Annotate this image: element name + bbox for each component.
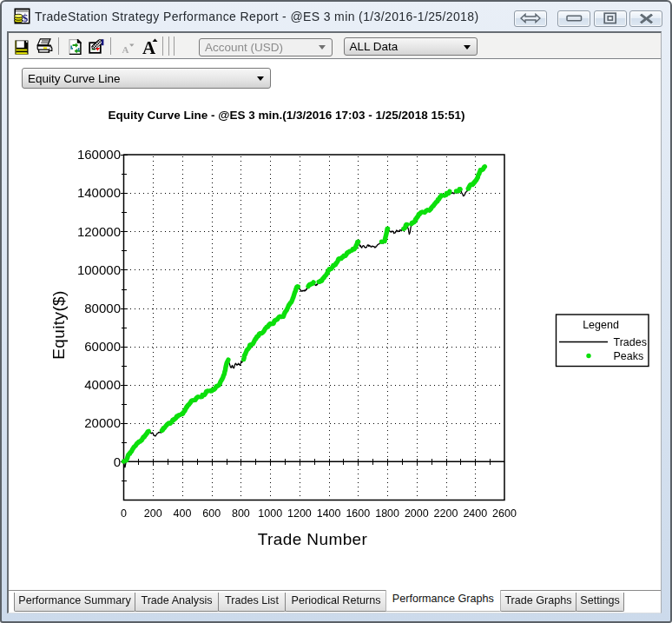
svg-text:1200: 1200 [287, 507, 312, 520]
svg-text:Trades: Trades [614, 336, 647, 348]
svg-text:80000: 80000 [84, 301, 121, 315]
svg-text:Legend: Legend [583, 319, 619, 331]
svg-text:120000: 120000 [77, 224, 121, 239]
svg-text:140000: 140000 [77, 185, 121, 200]
svg-text:1400: 1400 [317, 507, 341, 520]
svg-text:600: 600 [202, 507, 221, 520]
svg-text:100000: 100000 [77, 262, 121, 277]
svg-text:1600: 1600 [346, 507, 370, 520]
svg-text:1000: 1000 [258, 507, 282, 520]
svg-text:Peaks: Peaks [614, 350, 644, 362]
svg-text:160000: 160000 [77, 147, 121, 162]
svg-text:60000: 60000 [84, 339, 121, 354]
svg-text:200: 200 [144, 507, 162, 520]
svg-text:1800: 1800 [375, 507, 399, 520]
svg-text:A: A [122, 44, 129, 55]
svg-text:2600: 2600 [492, 507, 517, 520]
svg-text:Equity($): Equity($) [49, 290, 68, 360]
svg-text:Trade Number: Trade Number [258, 530, 368, 548]
svg-text:2200: 2200 [434, 507, 458, 520]
svg-text:0: 0 [121, 507, 127, 520]
svg-text:400: 400 [174, 507, 192, 520]
svg-text:2400: 2400 [463, 507, 487, 520]
svg-text:0: 0 [114, 454, 121, 469]
svg-text:Equity Curve Line - @ES 3 min.: Equity Curve Line - @ES 3 min.(1/3/2016 … [109, 109, 465, 122]
svg-text:2000: 2000 [405, 507, 429, 520]
svg-text:20000: 20000 [84, 415, 121, 430]
svg-text:40000: 40000 [84, 377, 121, 392]
svg-text:800: 800 [232, 507, 250, 520]
svg-text:$: $ [23, 11, 29, 24]
